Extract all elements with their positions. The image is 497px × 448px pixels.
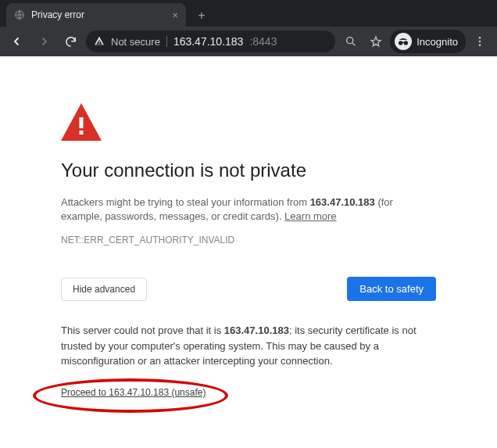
globe-icon <box>14 9 25 20</box>
separator <box>166 36 167 47</box>
hide-advanced-button[interactable]: Hide advanced <box>61 278 147 301</box>
svg-point-1 <box>347 38 353 44</box>
not-secure-label: Not secure <box>111 36 160 48</box>
back-to-safety-button[interactable]: Back to safety <box>347 277 436 301</box>
page-heading: Your connection is not private <box>61 159 436 181</box>
warning-triangle-icon <box>61 103 436 141</box>
svg-point-6 <box>479 41 481 43</box>
forward-button[interactable] <box>33 30 55 52</box>
error-code: NET::ERR_CERT_AUTHORITY_INVALID <box>61 235 436 246</box>
svg-rect-8 <box>80 117 84 128</box>
incognito-icon <box>395 33 412 50</box>
close-icon[interactable]: × <box>172 9 178 21</box>
incognito-label: Incognito <box>417 36 458 48</box>
warning-paragraph: Attackers might be trying to steal your … <box>61 195 436 224</box>
svg-point-2 <box>399 41 402 45</box>
reload-button[interactable] <box>59 30 81 52</box>
zoom-icon[interactable] <box>340 30 362 52</box>
url-host: 163.47.10.183 <box>173 35 244 48</box>
proceed-link[interactable]: Proceed to 163.47.10.183 (unsafe) <box>61 387 206 398</box>
browser-tab[interactable]: Privacy error × <box>6 3 186 27</box>
page-content: Your connection is not private Attackers… <box>0 56 497 448</box>
tab-bar: Privacy error × + <box>0 0 497 27</box>
svg-point-5 <box>479 37 481 39</box>
toolbar: Not secure 163.47.10.183:8443 Incognito <box>0 27 497 56</box>
menu-icon[interactable] <box>469 30 491 52</box>
bookmark-icon[interactable] <box>365 30 387 52</box>
svg-rect-4 <box>402 42 405 43</box>
svg-rect-9 <box>80 131 84 134</box>
address-bar[interactable]: Not secure 163.47.10.183:8443 <box>86 30 335 52</box>
button-row: Hide advanced Back to safety <box>61 277 436 301</box>
not-secure-icon <box>94 35 105 48</box>
new-tab-button[interactable]: + <box>191 5 213 27</box>
tab-title: Privacy error <box>31 9 166 20</box>
incognito-chip[interactable]: Incognito <box>390 30 466 53</box>
url-port: :8443 <box>249 35 277 48</box>
learn-more-link[interactable]: Learn more <box>284 210 336 222</box>
svg-point-7 <box>479 44 481 46</box>
svg-point-3 <box>404 41 408 45</box>
advanced-paragraph: This server could not prove that it is 1… <box>61 323 436 369</box>
back-button[interactable] <box>6 30 28 52</box>
